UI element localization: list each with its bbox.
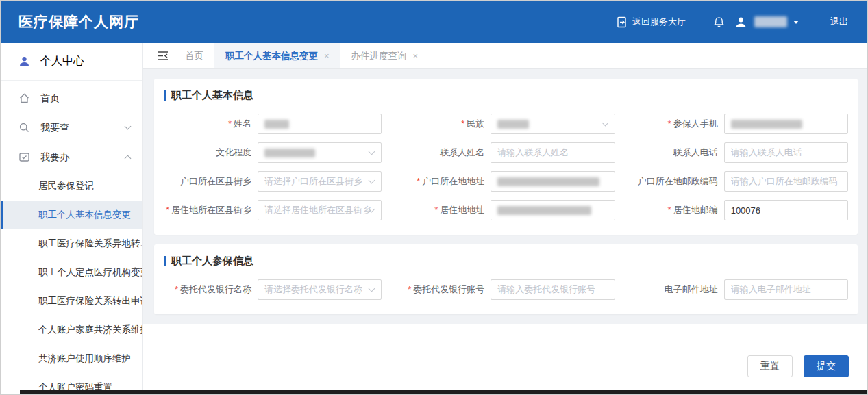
sidebar-subitem-basic-info-change[interactable]: 职工个人基本信息变更	[1, 201, 142, 229]
tab-label: 办件进度查询	[351, 50, 407, 62]
field-label: 居住地所在区县街乡	[164, 204, 251, 216]
placeholder-text: 请选择户口所在区县街乡	[264, 175, 362, 188]
close-icon[interactable]	[324, 51, 330, 61]
field-hukou-district: 户口所在区县街乡 请选择户口所在区县街乡	[164, 171, 382, 192]
app-window: 医疗保障个人网厅 返回服务大厅 退出	[0, 0, 868, 395]
menu-fold-icon	[157, 51, 169, 61]
basic-info-section: 职工个人基本信息 姓名 民族	[154, 79, 858, 235]
person-icon	[18, 55, 30, 67]
redacted-value	[497, 206, 591, 215]
residence-postcode-input[interactable]: 100076	[724, 200, 848, 220]
field-hukou-postcode: 户口所在地邮政编码 请输入户口所在地邮政编码	[630, 171, 848, 192]
sidebar-item-personal-center[interactable]: 个人中心	[1, 43, 142, 79]
form-footer: 重置 提交	[143, 324, 867, 395]
hukou-district-select[interactable]: 请选择户口所在区县街乡	[258, 171, 382, 192]
menu-fold-button[interactable]	[151, 43, 174, 68]
sidebar-subitem-designated-hospital-change[interactable]: 职工个人定点医疗机构变更	[1, 258, 142, 287]
email-input[interactable]: 请输入电子邮件地址	[724, 279, 848, 300]
bank-name-select[interactable]: 请选择委托代发银行名称	[258, 279, 382, 300]
sidebar-item-label: 个人中心	[40, 54, 84, 68]
field-value: 100076	[731, 205, 760, 216]
field-label: 户口所在地地址	[397, 175, 484, 188]
chevron-down-icon	[369, 177, 375, 184]
bank-account-input[interactable]: 请输入委托代发银行账号	[491, 279, 615, 300]
sidebar-subitem-resident-registration[interactable]: 居民参保登记	[1, 172, 142, 201]
placeholder-text: 请选择居住地所在区县街乡	[264, 204, 371, 216]
tasks-icon	[18, 151, 30, 163]
sidebar-subitem-label: 职工个人基本信息变更	[38, 209, 131, 221]
document-return-icon	[616, 16, 628, 28]
sidebar-subitem-label: 共济账户使用顺序维护	[38, 353, 131, 365]
logout-button[interactable]: 退出	[830, 16, 848, 28]
tab-label: 职工个人基本信息变更	[225, 50, 318, 62]
close-icon[interactable]	[413, 51, 419, 61]
ethnicity-select[interactable]	[491, 114, 615, 134]
field-contact-name: 联系人姓名 请输入联系人姓名	[397, 142, 615, 163]
residence-district-select[interactable]: 请选择居住地所在区县街乡	[258, 200, 382, 220]
field-label: 户口所在地邮政编码	[630, 175, 718, 188]
title-accent-bar	[164, 90, 166, 101]
sidebar-subitem-family-mutual-aid[interactable]: 个人账户家庭共济关系维护	[1, 316, 142, 344]
field-bank-name: 委托代发银行名称 请选择委托代发银行名称	[164, 279, 382, 300]
section-title-text: 职工个人基本信息	[171, 89, 253, 102]
section-title: 职工个人参保信息	[164, 255, 848, 268]
sidebar: 个人中心 首页 我要查 我要办	[1, 43, 143, 395]
user-menu[interactable]	[713, 16, 799, 29]
bell-icon	[713, 16, 725, 28]
main-area: 首页 职工个人基本信息变更 办件进度查询 职工个人基本信息	[143, 43, 867, 395]
field-label: 委托代发银行账号	[397, 283, 484, 296]
sidebar-item-home[interactable]: 首页	[1, 84, 142, 113]
placeholder-text: 请输入联系人电话	[731, 146, 802, 159]
sidebar-subitem-mutual-account-order[interactable]: 共济账户使用顺序维护	[1, 344, 142, 373]
insured-phone-input[interactable]	[724, 114, 848, 134]
contact-phone-input[interactable]: 请输入联系人电话	[724, 142, 848, 163]
return-hall-button[interactable]: 返回服务大厅	[616, 16, 686, 28]
sidebar-subitem-relation-transfer-out[interactable]: 职工医疗保险关系转出申请	[1, 287, 142, 316]
header-actions: 返回服务大厅 退出	[616, 16, 848, 29]
field-residence-district: 居住地所在区县街乡 请选择居住地所在区县街乡	[164, 200, 382, 220]
field-residence-postcode: 居住地邮编 100076	[630, 200, 848, 220]
sidebar-subitem-relation-transfer-remote[interactable]: 职工医疗保险关系异地转...	[1, 229, 142, 258]
field-label: 民族	[397, 118, 484, 130]
field-label: 参保人手机	[630, 118, 718, 130]
chevron-down-icon	[125, 123, 132, 130]
placeholder-text: 请选择委托代发银行名称	[264, 283, 362, 296]
tab-progress-query[interactable]: 办件进度查询	[340, 43, 430, 68]
tab-basic-info-change[interactable]: 职工个人基本信息变更	[214, 43, 340, 68]
tab-home[interactable]: 首页	[174, 43, 214, 68]
field-label: 电子邮件地址	[630, 283, 718, 296]
residence-address-input[interactable]	[491, 200, 615, 220]
title-accent-bar	[164, 256, 166, 266]
field-education: 文化程度	[164, 142, 382, 163]
field-email: 电子邮件地址 请输入电子邮件地址	[630, 279, 848, 300]
redacted-value	[497, 120, 529, 129]
sidebar-item-handle[interactable]: 我要办	[1, 142, 142, 172]
search-icon	[18, 122, 30, 133]
field-label: 联系人姓名	[397, 146, 484, 159]
contact-name-input[interactable]: 请输入联系人姓名	[491, 142, 615, 163]
redacted-value	[731, 120, 802, 129]
placeholder-text: 请输入联系人姓名	[497, 146, 569, 159]
divider	[1, 80, 142, 81]
insurance-info-form: 委托代发银行名称 请选择委托代发银行名称 委托代发银行账号 请输入委托代发银行账…	[164, 279, 848, 300]
field-hukou-address: 户口所在地地址	[397, 171, 615, 192]
app-title: 医疗保障个人网厅	[18, 12, 139, 31]
reset-button[interactable]: 重置	[747, 355, 793, 377]
hukou-address-input[interactable]	[491, 171, 615, 192]
hukou-postcode-input[interactable]: 请输入户口所在地邮政编码	[724, 171, 848, 192]
sidebar-subitem-label: 职工个人定点医疗机构变更	[38, 266, 142, 279]
chevron-up-icon	[125, 155, 132, 162]
field-label: 居住地地址	[397, 204, 484, 216]
submit-button[interactable]: 提交	[804, 355, 849, 377]
sidebar-item-query[interactable]: 我要查	[1, 113, 142, 142]
sidebar-subitem-label: 个人账户家庭共济关系维护	[38, 324, 142, 336]
home-icon	[18, 92, 30, 104]
insurance-info-section: 职工个人参保信息 委托代发银行名称 请选择委托代发银行名称 委托代发银行账号	[154, 244, 858, 314]
education-select[interactable]	[258, 142, 382, 163]
sidebar-subitem-label: 职工医疗保险关系异地转...	[38, 238, 142, 250]
content-area: 职工个人基本信息 姓名 民族	[143, 69, 867, 395]
placeholder-text: 请输入委托代发银行账号	[497, 283, 595, 296]
field-label: 居住地邮编	[630, 204, 718, 216]
name-input[interactable]	[258, 114, 382, 134]
chevron-down-icon	[369, 149, 375, 155]
